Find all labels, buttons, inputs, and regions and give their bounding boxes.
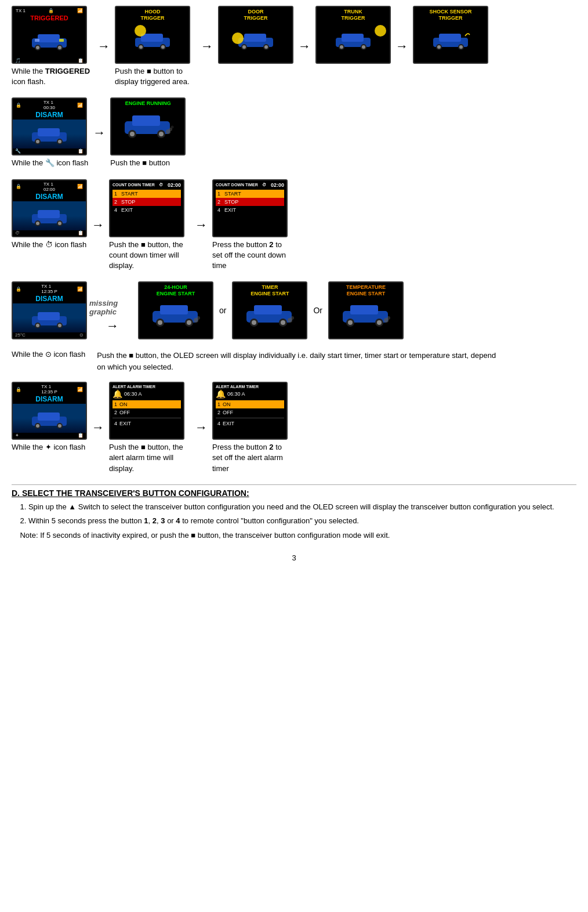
disarm4-header: 🔒 TX 112:35 P 📶 xyxy=(13,383,86,395)
row3-arrow1: → xyxy=(92,218,104,233)
cdt1-clock-icon: ⏱ xyxy=(159,183,163,187)
row1: TX 1 🔒 📶 TRIGGERED xyxy=(12,6,576,87)
disarm1-header: 🔒 TX 100:30 📶 xyxy=(13,99,86,110)
engine-screen: ENGINE RUNNING xyxy=(110,97,186,155)
cdt2-num-1: 1 xyxy=(217,191,222,197)
svg-rect-54 xyxy=(38,312,60,320)
cdt2-caption: Press the button 2 to set off the count … xyxy=(212,240,293,272)
svg-point-46 xyxy=(171,126,174,129)
car-svg xyxy=(29,30,70,50)
engine-car xyxy=(111,107,184,144)
cdt2-title-text: COUNT DOWN TIMER xyxy=(216,183,258,187)
hood-car xyxy=(116,22,189,57)
engine-title: ENGINE RUNNING xyxy=(111,99,184,107)
disarm3-lock: 🔒 xyxy=(16,287,21,292)
svg-point-35 xyxy=(36,140,39,143)
door-dot xyxy=(232,32,244,44)
24hr-car xyxy=(139,298,212,334)
disarm4-car xyxy=(13,404,86,433)
cdt1-item-4: 4 EXIT xyxy=(112,206,181,214)
triggered-caption: While the TRIGGERED icon flash. xyxy=(12,66,93,87)
disarm4-lock: 🔒 xyxy=(16,387,21,392)
row2-arrow: → xyxy=(93,125,106,140)
svg-point-43 xyxy=(159,132,164,136)
trunk-col: TRUNKTRIGGER xyxy=(315,6,391,64)
svg-rect-68 xyxy=(254,305,282,314)
hood-dot xyxy=(135,25,146,37)
disarm2-header: 🔒 TX 102:00 📶 xyxy=(13,180,86,192)
disarm4-label: DISARM xyxy=(13,395,86,404)
row5-arrow2: → xyxy=(195,420,208,435)
row4-caption1: While the ⊙ icon flash xyxy=(12,350,85,359)
aat1-bell-icon: 🔔 xyxy=(112,389,122,399)
cdt1-num-4: 4 xyxy=(114,207,119,213)
door-screen: DOORTRIGGER xyxy=(218,6,293,64)
cdt1-item-2: 2 STOP xyxy=(112,198,181,206)
shock-car-svg xyxy=(430,29,471,50)
svg-point-56 xyxy=(36,324,39,327)
timer-engine-title: TIMERENGINE START xyxy=(233,283,306,298)
aat1-icon-row: 🔔 06:30 A xyxy=(112,389,181,399)
aat2-item-2: 2 OFF xyxy=(216,408,284,417)
svg-point-41 xyxy=(130,132,135,136)
svg-point-82 xyxy=(387,316,390,320)
engine-caption: Push the ■ button xyxy=(110,158,170,168)
24hr-title: 24-HOURENGINE START xyxy=(139,283,212,298)
aat1-num-2: 2 xyxy=(114,410,117,415)
aat1-screen: ALERT ALARM TIMER 🔔 06:30 A 1 ON 2 OFF 4… xyxy=(109,382,184,440)
aat1-num-4: 4 xyxy=(114,421,117,426)
disarm3-screen: 🔒 TX 112:35 P 📶 DISARM 25°C⊙ xyxy=(12,281,87,339)
aat1-label-2: OFF xyxy=(119,410,130,415)
svg-point-58 xyxy=(58,324,61,327)
svg-point-19 xyxy=(264,45,268,49)
disarm2-signal: 📶 xyxy=(77,184,83,189)
temp-engine-car xyxy=(329,298,402,334)
aat1-divider xyxy=(112,418,181,418)
svg-rect-21 xyxy=(342,34,364,42)
disarm2-car xyxy=(13,201,86,230)
cdt1-title: COUNT DOWN TIMER ⏱ 02:00 xyxy=(112,182,181,188)
aat2-label-1: ON xyxy=(223,401,231,407)
tx-label: TX 1 xyxy=(16,8,26,13)
row4-caption2: Push the ■ button, the OLED screen will … xyxy=(97,350,503,372)
row5: 🔒 TX 112:35 P 📶 DISARM ✦📋 While the ✦ i xyxy=(12,382,576,474)
aat2-time: 06:30 A xyxy=(227,391,245,397)
svg-point-31 xyxy=(459,45,463,49)
aat1-item-4: 4 EXIT xyxy=(112,419,181,428)
svg-point-11 xyxy=(139,45,143,49)
aat2-divider xyxy=(216,418,284,418)
disarm2-car-svg xyxy=(29,205,70,226)
svg-point-78 xyxy=(348,320,353,325)
aat1-item-2: 2 OFF xyxy=(112,408,181,417)
svg-rect-33 xyxy=(38,128,60,136)
svg-rect-39 xyxy=(132,115,160,126)
svg-point-50 xyxy=(36,222,39,225)
engine-col: ENGINE RUNNING Push the ■ button xyxy=(110,97,186,168)
svg-point-62 xyxy=(158,320,162,325)
shock-title: SHOCK SENSORTRIGGER xyxy=(414,7,487,22)
disarm3-header: 🔒 TX 112:35 P 📶 xyxy=(13,283,86,294)
door-col: DOORTRIGGER xyxy=(218,6,293,64)
disarm1-signal: 📶 xyxy=(77,103,83,108)
hood-col: HOODTRIGGER Push the ■ button to display… xyxy=(115,6,196,87)
svg-point-70 xyxy=(252,320,256,325)
cdt2-item-2: 2 STOP xyxy=(216,198,284,206)
triggered-header: TX 1 🔒 📶 xyxy=(13,7,86,13)
cdt1-screen: COUNT DOWN TIMER ⏱ 02:00 1 START 2 STOP … xyxy=(109,179,184,237)
cdt2-label-2: STOP xyxy=(224,199,238,205)
svg-point-13 xyxy=(161,45,165,49)
disarm2-caption: While the ⏱ icon flash xyxy=(12,240,86,250)
disarm3-car xyxy=(13,303,86,332)
triggered-label: TRIGGERED xyxy=(13,13,86,23)
disarm4-icons: ✦📋 xyxy=(13,433,86,438)
cdt2-num-2: 2 xyxy=(217,199,222,205)
aat1-label-4: EXIT xyxy=(119,421,131,426)
24hr-screen: 24-HOURENGINE START xyxy=(138,281,213,339)
24hr-car-svg xyxy=(150,301,202,331)
temp-engine-screen: TEMPERATUREENGINE START xyxy=(328,281,404,339)
svg-point-80 xyxy=(377,320,382,325)
disarm1-car-svg xyxy=(29,124,70,144)
cdt2-title: COUNT DOWN TIMER ⏱ 02:00 xyxy=(216,182,284,188)
triggered-icons: 🎵📋 xyxy=(13,57,86,64)
svg-point-64 xyxy=(187,320,191,325)
